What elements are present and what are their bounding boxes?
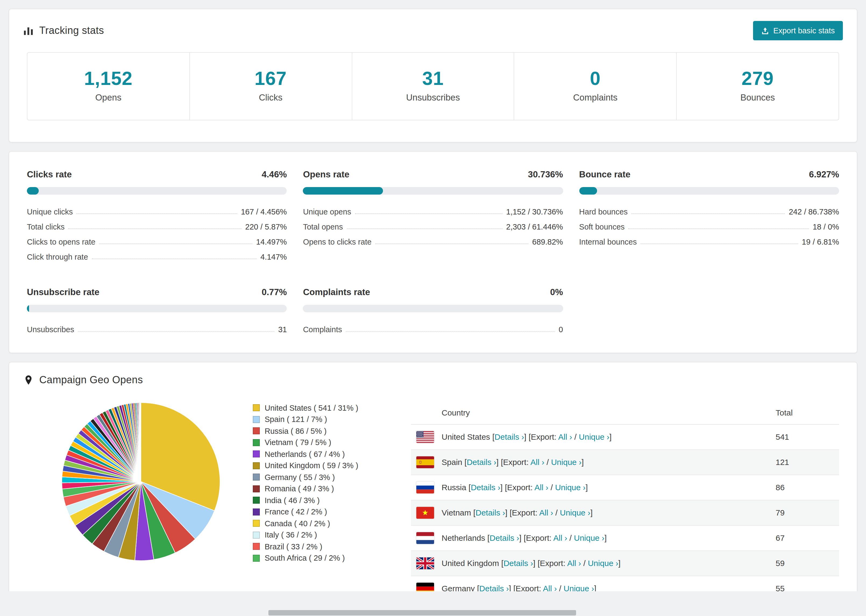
- rate-progress-bar: [27, 187, 287, 195]
- rate-title: Clicks rate: [27, 169, 72, 179]
- stat-value: 279: [677, 69, 839, 89]
- rate-value: 4.46%: [262, 169, 287, 179]
- legend-label: United States ( 541 / 31% ): [265, 404, 358, 412]
- details-link[interactable]: Details ›: [476, 508, 505, 517]
- legend-item: India ( 46 / 3% ): [253, 495, 388, 506]
- tracking-stats-card: Tracking stats Export basic stats 1,152O…: [9, 9, 857, 143]
- rate-progress-bar: [303, 187, 563, 195]
- legend-swatch: [253, 508, 260, 515]
- legend-item: Vietnam ( 79 / 5% ): [253, 437, 388, 448]
- stat-value: 31: [352, 69, 514, 89]
- stat-row-label: Click through rate: [27, 253, 88, 262]
- export-icon: [761, 27, 769, 35]
- stat-label: Unsubscribes: [352, 93, 514, 103]
- details-link[interactable]: Details ›: [490, 533, 519, 543]
- geo-table-row: Netherlands [Details ›] [Export: All › /…: [411, 526, 839, 551]
- country-name: United Kingdom: [442, 559, 499, 568]
- stat-cell: 31Unsubscribes: [351, 53, 514, 120]
- legend-item: France ( 42 / 2% ): [253, 506, 388, 518]
- stat-leader-row: Click through rate4.147%: [27, 247, 287, 262]
- details-link[interactable]: Details ›: [471, 483, 500, 492]
- export-prefix: [Export:: [510, 508, 537, 517]
- legend-item: Romania ( 49 / 3% ): [253, 483, 388, 495]
- geo-pie-chart: [60, 401, 222, 562]
- stat-label: Complaints: [515, 93, 676, 103]
- export-all-link[interactable]: All ›: [567, 559, 581, 568]
- legend-label: Italy ( 36 / 2% ): [265, 531, 317, 539]
- details-link[interactable]: Details ›: [467, 458, 496, 467]
- stat-leader-row: Total clicks220 / 5.87%: [27, 217, 287, 232]
- export-unique-link[interactable]: Unique ›: [560, 508, 590, 517]
- legend-swatch: [253, 451, 260, 457]
- export-all-link[interactable]: All ›: [558, 432, 572, 442]
- export-unique-link[interactable]: Unique ›: [555, 483, 586, 492]
- legend-swatch: [253, 473, 260, 481]
- stat-value: 0: [515, 69, 676, 89]
- dotted-leader: [346, 331, 555, 332]
- rate-block: Unsubscribe rate0.77%Unsubscribes31: [27, 287, 287, 335]
- geo-table-row: Spain [Details ›] [Export: All › / Uniqu…: [411, 450, 839, 475]
- rate-title: Opens rate: [303, 169, 350, 179]
- geo-table-row: Russia [Details ›] [Export: All › / Uniq…: [411, 475, 839, 500]
- stat-row-label: Clicks to opens rate: [27, 237, 96, 247]
- export-all-link[interactable]: All ›: [553, 533, 567, 543]
- legend-item: United States ( 541 / 31% ): [253, 402, 388, 413]
- details-link[interactable]: Details ›: [494, 432, 524, 442]
- flag-nl-icon: [416, 532, 434, 544]
- stat-row-label: Unique opens: [303, 207, 351, 217]
- stat-row-label: Complaints: [303, 325, 342, 335]
- legend-swatch: [253, 427, 260, 434]
- details-link[interactable]: Details ›: [504, 559, 533, 568]
- country-total: 59: [776, 559, 839, 568]
- export-button-label: Export basic stats: [773, 26, 835, 35]
- stat-cell: 279Bounces: [676, 53, 839, 120]
- rate-progress-bar: [27, 305, 287, 312]
- stat-label: Clicks: [190, 93, 352, 103]
- map-pin-icon: [23, 375, 34, 385]
- legend-label: France ( 42 / 2% ): [265, 508, 327, 516]
- stats-strip: 1,152Opens167Clicks31Unsubscribes0Compla…: [27, 52, 839, 120]
- geo-table: Country Total United States [Details ›] …: [411, 401, 839, 602]
- stat-row-value: 14.497%: [256, 237, 287, 247]
- stat-label: Bounces: [677, 93, 839, 103]
- legend-swatch: [253, 439, 260, 446]
- stat-row-label: Soft bounces: [579, 223, 625, 232]
- tracking-stats-header: Tracking stats Export basic stats: [9, 9, 857, 49]
- stat-row-value: 18 / 0%: [813, 223, 839, 232]
- legend-item: Russia ( 86 / 5% ): [253, 425, 388, 437]
- legend-label: Brazil ( 33 / 2% ): [265, 542, 322, 551]
- dotted-leader: [355, 214, 502, 214]
- geo-table-row: Vietnam [Details ›] [Export: All › / Uni…: [411, 500, 839, 526]
- legend-item: Canada ( 40 / 2% ): [253, 518, 388, 529]
- stat-row-value: 0: [559, 325, 563, 335]
- export-unique-link[interactable]: Unique ›: [574, 533, 604, 543]
- geo-content: United States ( 541 / 31% )Spain ( 121 /…: [9, 394, 857, 616]
- export-basic-stats-button[interactable]: Export basic stats: [753, 21, 843, 40]
- legend-label: United Kingdom ( 59 / 3% ): [265, 461, 358, 470]
- flag-vn-icon: [416, 507, 434, 519]
- stat-label: Opens: [27, 93, 189, 103]
- rate-value: 0%: [550, 287, 563, 297]
- legend-swatch: [253, 416, 260, 423]
- rates-card: Clicks rate4.46%Unique clicks167 / 4.456…: [9, 151, 857, 353]
- geo-table-row: United States [Details ›] [Export: All ›…: [411, 425, 839, 450]
- stat-row-value: 31: [278, 325, 287, 335]
- export-all-link[interactable]: All ›: [531, 458, 544, 467]
- export-unique-link[interactable]: Unique ›: [579, 432, 609, 442]
- tracking-stats-title: Tracking stats: [39, 25, 104, 36]
- flag-es-icon: [416, 456, 434, 468]
- dotted-leader: [628, 228, 809, 229]
- stat-value: 167: [190, 69, 352, 89]
- legend-item: Brazil ( 33 / 2% ): [253, 541, 388, 552]
- rate-progress-fill: [27, 187, 38, 195]
- horizontal-scrollbar-thumb[interactable]: [268, 610, 576, 616]
- export-unique-link[interactable]: Unique ›: [551, 458, 581, 467]
- bar-chart-icon: [23, 25, 34, 36]
- export-all-link[interactable]: All ›: [539, 508, 553, 517]
- stat-leader-row: Total opens2,303 / 61.446%: [303, 217, 563, 232]
- export-unique-link[interactable]: Unique ›: [588, 559, 618, 568]
- legend-item: Italy ( 36 / 2% ): [253, 529, 388, 541]
- export-all-link[interactable]: All ›: [534, 483, 548, 492]
- stat-row-value: 1,152 / 30.736%: [506, 207, 563, 217]
- export-prefix: [Export:: [501, 458, 529, 467]
